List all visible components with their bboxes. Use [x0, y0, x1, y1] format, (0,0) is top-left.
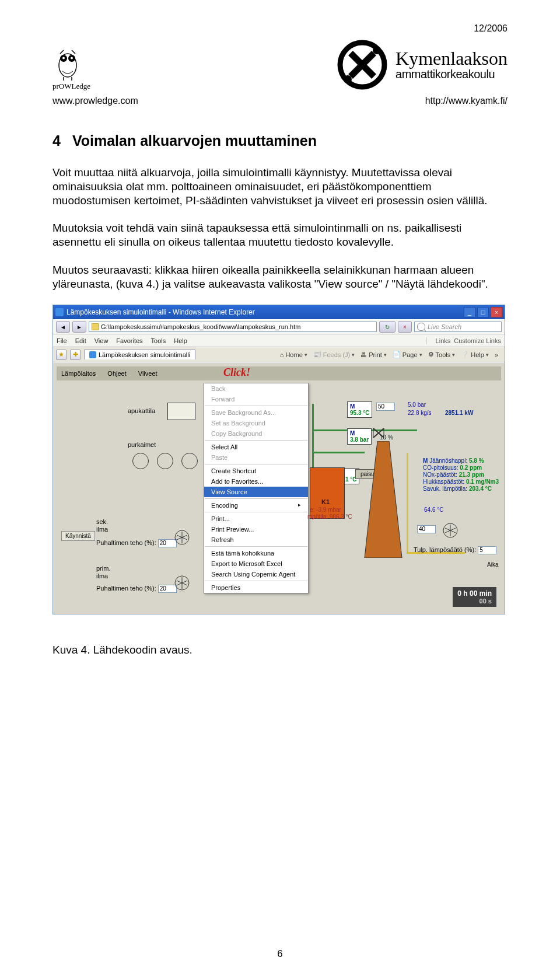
menu-bar: File Edit View Favorites Tools Help Link…: [53, 334, 505, 347]
kyamk-sub: ammattikorkeakoulu: [396, 68, 508, 81]
context-menu: Back Forward Save Background As... Set a…: [204, 383, 309, 593]
label-prim: prim.: [96, 565, 110, 572]
tab-viiveet[interactable]: Viiveet: [138, 370, 158, 377]
page-number: 6: [0, 949, 560, 959]
cm-properties[interactable]: Properties: [204, 582, 308, 593]
menu-file[interactable]: File: [57, 337, 67, 344]
svg-point-7: [344, 75, 352, 83]
search-placeholder: Live Search: [428, 323, 461, 330]
boiler-e2: mpötila: 986.3 °C: [307, 514, 352, 520]
input-50[interactable]: 50: [376, 403, 395, 411]
toolbar-page[interactable]: 📄Page▾: [393, 351, 422, 358]
nav-back-button[interactable]: ◄: [56, 321, 70, 333]
toolbar-print[interactable]: 🖶Print▾: [360, 351, 387, 358]
tab-bar: ★ ✚ Lämpökeskuksen simulointimalli ⌂Home…: [53, 347, 505, 362]
rss-icon: 📰: [313, 351, 321, 358]
circle-2: [157, 453, 173, 469]
search-field[interactable]: Live Search: [414, 322, 502, 332]
cm-select-all[interactable]: Select All: [204, 442, 308, 452]
toolbar-more[interactable]: »: [495, 351, 498, 358]
kyamk-name: Kymenlaakson: [396, 49, 508, 68]
window-title: Lämpökeskuksen simulointimalli - Windows…: [66, 308, 255, 316]
close-button[interactable]: ×: [491, 307, 502, 317]
menu-help[interactable]: Help: [174, 337, 187, 344]
fan-icon-3: [442, 522, 459, 539]
cm-view-source[interactable]: View Source: [204, 487, 308, 497]
url-row: www.prowledge.com http://www.kyamk.fi/: [52, 96, 508, 106]
minimize-button[interactable]: _: [464, 307, 475, 317]
cm-print-preview[interactable]: Print Preview...: [204, 524, 308, 535]
svg-point-3: [62, 57, 65, 60]
cm-search-copernic[interactable]: Search Using Copernic Agent: [204, 569, 308, 579]
toolbar-home[interactable]: ⌂Home▾: [280, 351, 307, 358]
cm-back[interactable]: Back: [204, 383, 308, 394]
toolbar-feeds[interactable]: 📰Feeds (J)▾: [313, 351, 355, 358]
kyamk-logo-icon: [336, 39, 388, 91]
label-ilma2: ilma: [96, 572, 108, 579]
click-annotation: Click!: [223, 366, 250, 379]
home-icon: ⌂: [280, 351, 284, 358]
print-icon: 🖶: [360, 351, 367, 358]
cm-encoding[interactable]: Encoding▸: [204, 500, 308, 511]
pipe-horiz-2: [312, 452, 365, 453]
kyamk-text: Kymenlaakson ammattikorkeakoulu: [396, 49, 508, 81]
menu-edit[interactable]: Edit: [75, 337, 86, 344]
stop-button[interactable]: ×: [398, 321, 412, 333]
refresh-button[interactable]: ↻: [379, 321, 396, 333]
cm-paste[interactable]: Paste: [204, 452, 308, 463]
timer-display: 0 h 00 min 00 s: [453, 587, 496, 607]
address-value: G:\lampokeskussimu\lampokeskus_koodit\ww…: [101, 323, 300, 330]
tab-ohjeet[interactable]: Ohjeet: [107, 370, 126, 377]
tab-lampolaitos[interactable]: Lämpölaitos: [61, 370, 96, 377]
svg-point-4: [71, 57, 73, 60]
cm-add-fav[interactable]: Add to Favorites...: [204, 476, 308, 487]
timer-sub: 00 s: [457, 598, 492, 605]
add-favorites-button[interactable]: ✚: [70, 350, 80, 360]
paragraph-3: Muutos seuraavasti: klikkaa hiiren oikea…: [52, 263, 508, 291]
section-heading: 4Voimalan alkuarvojen muuttaminen: [52, 132, 508, 149]
menu-favorites[interactable]: Favorites: [116, 337, 142, 344]
owl-icon: [55, 48, 80, 81]
toolbar-tools[interactable]: ⚙Tools▾: [428, 351, 456, 358]
cm-create-shortcut[interactable]: Create Shortcut: [204, 466, 308, 476]
page-icon: 📄: [393, 351, 401, 358]
customize-links[interactable]: Customize Links: [454, 337, 501, 344]
nav-forward-button[interactable]: ►: [72, 321, 86, 333]
label-puhteho2: Puhaltimen teho (%): 20: [96, 585, 177, 593]
cm-print[interactable]: Print...: [204, 514, 308, 524]
ie-toolbar: ⌂Home▾ 📰Feeds (J)▾ 🖶Print▾ 📄Page▾ ⚙Tools…: [280, 351, 502, 358]
cm-refresh[interactable]: Refresh: [204, 535, 308, 545]
cm-forward[interactable]: Forward: [204, 394, 308, 404]
toolbar-help[interactable]: ❔Help▾: [461, 351, 489, 358]
label-sek: sek.: [96, 518, 108, 525]
emissions-box: M Jäännöshappi: 5.8 % CO-pitoisuus: 0.2 …: [423, 457, 499, 493]
cm-copy-bg[interactable]: Copy Background: [204, 428, 308, 439]
maximize-button[interactable]: □: [477, 307, 489, 317]
svg-point-6: [373, 46, 381, 54]
input-40[interactable]: 40: [417, 525, 436, 533]
figure-caption: Kuva 4. Lähdekoodin avaus.: [52, 644, 508, 656]
browser-tab[interactable]: Lämpökeskuksen simulointimalli: [84, 350, 195, 359]
cm-export-excel[interactable]: Export to Microsoft Excel: [204, 558, 308, 569]
window-titlebar: Lämpökeskuksen simulointimalli - Windows…: [53, 305, 505, 319]
cm-esta[interactable]: Estä tämä kohoikkuna: [204, 548, 308, 558]
fan-icon-1: [173, 529, 191, 546]
kaynnista-button[interactable]: Käynnistä: [61, 531, 95, 541]
menu-tools[interactable]: Tools: [151, 337, 166, 344]
page-content: Lämpölaitos Ohjeet Viiveet Click! apukat…: [53, 362, 505, 614]
menu-view[interactable]: View: [94, 337, 108, 344]
search-icon: [417, 323, 425, 331]
tab-icon: [89, 351, 96, 358]
tulp-label: Tulp. lämpösäätö (%): 5: [414, 546, 496, 554]
tab-title: Lämpökeskuksen simulointimalli: [99, 351, 190, 358]
input-5[interactable]: 5: [478, 546, 496, 554]
gear-icon: ⚙: [428, 351, 434, 358]
circle-3: [181, 453, 198, 469]
valve-icon: [372, 426, 386, 440]
section-number: 4: [52, 132, 61, 149]
cm-set-bg[interactable]: Set as Background: [204, 418, 308, 428]
chimney: [361, 441, 405, 558]
cm-save-bg[interactable]: Save Background As...: [204, 407, 308, 418]
address-field[interactable]: G:\lampokeskussimu\lampokeskus_koodit\ww…: [89, 322, 377, 332]
favorites-star-button[interactable]: ★: [56, 350, 66, 360]
